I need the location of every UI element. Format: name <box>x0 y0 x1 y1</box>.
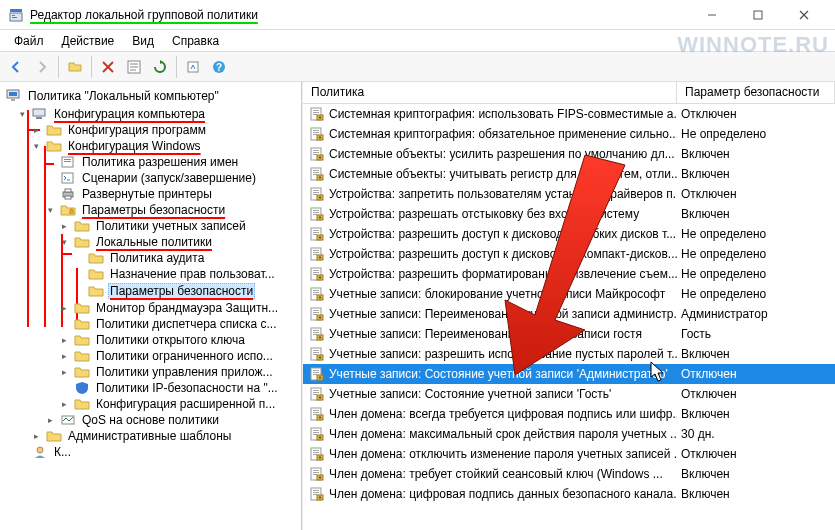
list-row[interactable]: Член домена: всегда требуется цифровая п… <box>303 404 835 424</box>
expander-closed-icon[interactable]: ▸ <box>58 350 70 362</box>
expander-open-icon[interactable]: ▾ <box>16 108 28 120</box>
svg-rect-131 <box>313 434 317 435</box>
svg-rect-51 <box>313 170 319 171</box>
tree-label: Политика аудита <box>108 251 206 265</box>
svg-point-43 <box>319 137 321 139</box>
tree-item[interactable]: Назначение прав пользоват... <box>70 266 301 282</box>
tree-security-settings[interactable]: ▾Параметры безопасности <box>42 202 301 218</box>
tree-item[interactable]: ▸Конфигурация расширенной п... <box>56 396 301 412</box>
expander-open-icon[interactable]: ▾ <box>44 204 56 216</box>
list-body[interactable]: Системная криптография: использовать FIP… <box>303 104 835 530</box>
expander-closed-icon[interactable]: ▸ <box>58 366 70 378</box>
close-button[interactable] <box>781 0 827 30</box>
folder-icon <box>74 365 90 379</box>
list-row[interactable]: Член домена: отключить изменение пароля … <box>303 444 835 464</box>
svg-rect-69 <box>313 230 319 231</box>
maximize-button[interactable] <box>735 0 781 30</box>
tree-item[interactable]: Политики диспетчера списка с... <box>56 316 301 332</box>
list-row[interactable]: Системная криптография: использовать FIP… <box>303 104 835 124</box>
menu-help[interactable]: Справка <box>164 32 227 50</box>
expander-open-icon[interactable]: ▾ <box>58 236 70 248</box>
tree-item[interactable]: Сценарии (запуск/завершение) <box>42 170 301 186</box>
tree-item[interactable]: ▸Политики открытого ключа <box>56 332 301 348</box>
policy-text: Системная криптография: использовать FIP… <box>329 107 677 121</box>
menu-view[interactable]: Вид <box>124 32 162 50</box>
policy-text: Учетные записи: Состояние учетной записи… <box>329 387 611 401</box>
list-row[interactable]: Устройства: запретить пользователям уста… <box>303 184 835 204</box>
list-row[interactable]: Учетные записи: разрешить использование … <box>303 344 835 364</box>
svg-rect-149 <box>313 494 317 495</box>
policy-text: Системные объекты: учитывать регистр для… <box>329 167 677 181</box>
tree-panel[interactable]: Политика "Локальный компьютер" ▾ Конфигу… <box>0 82 302 530</box>
tree-item[interactable]: Развернутые принтеры <box>42 186 301 202</box>
tree-item[interactable]: ▸Монитор брандмауэра Защитн... <box>56 300 301 316</box>
list-row[interactable]: Системная криптография: обязательное при… <box>303 124 835 144</box>
svg-point-109 <box>319 357 321 359</box>
tree-item[interactable]: ▸Политики учетных записей <box>56 218 301 234</box>
up-button[interactable] <box>63 55 87 79</box>
list-row[interactable]: Член домена: максимальный срок действия … <box>303 424 835 444</box>
expander-closed-icon[interactable]: ▸ <box>58 398 70 410</box>
list-row[interactable]: Учетные записи: Состояние учетной записи… <box>303 364 835 384</box>
tree-label: Развернутые принтеры <box>80 187 214 201</box>
list-row[interactable]: Устройства: разрешить доступ к дисковода… <box>303 224 835 244</box>
expander-closed-icon[interactable]: ▸ <box>44 414 56 426</box>
svg-rect-21 <box>36 117 42 119</box>
expander-open-icon[interactable]: ▾ <box>30 140 42 152</box>
properties-button[interactable] <box>122 55 146 79</box>
policy-text: Член домена: всегда требуется цифровая п… <box>329 407 677 421</box>
list-row[interactable]: Системные объекты: учитывать регистр для… <box>303 164 835 184</box>
tree-software-config[interactable]: ▸Конфигурация программ <box>28 122 301 138</box>
svg-rect-135 <box>313 450 319 451</box>
list-row[interactable]: Учетные записи: Переименование учетной з… <box>303 324 835 344</box>
help-button[interactable]: ? <box>207 55 231 79</box>
back-button[interactable] <box>4 55 28 79</box>
toolbar: ? <box>0 52 835 82</box>
refresh-button[interactable] <box>148 55 172 79</box>
export-button[interactable] <box>181 55 205 79</box>
minimize-button[interactable] <box>689 0 735 30</box>
policy-item-icon <box>60 155 76 169</box>
expander-closed-icon[interactable]: ▸ <box>58 302 70 314</box>
list-row[interactable]: Устройства: разрешать отстыковку без вхо… <box>303 204 835 224</box>
list-row[interactable]: Устройства: разрешить доступ к дисковода… <box>303 244 835 264</box>
svg-rect-112 <box>313 372 319 373</box>
tree-computer-config[interactable]: ▾ Конфигурация компьютера <box>14 106 301 122</box>
svg-point-61 <box>319 197 321 199</box>
tree-item[interactable]: ▸Политики ограниченного испо... <box>56 348 301 364</box>
menu-file[interactable]: Файл <box>6 32 52 50</box>
svg-rect-52 <box>313 172 319 173</box>
tree-item[interactable]: ▸Административные шаблоны <box>28 428 301 444</box>
expander-closed-icon[interactable]: ▸ <box>58 220 70 232</box>
list-row[interactable]: Учетные записи: блокирование учетной зап… <box>303 284 835 304</box>
list-row[interactable]: Член домена: требует стойкий сеансовый к… <box>303 464 835 484</box>
tree-item[interactable]: ▸Политики управления прилож... <box>56 364 301 380</box>
delete-button[interactable] <box>96 55 120 79</box>
svg-rect-23 <box>64 159 71 160</box>
expander-closed-icon[interactable]: ▸ <box>30 430 42 442</box>
list-row[interactable]: Член домена: цифровая подпись данных без… <box>303 484 835 504</box>
tree-root[interactable]: Политика "Локальный компьютер" <box>0 86 301 106</box>
tree-item[interactable]: Политики IP-безопасности на "... <box>56 380 301 396</box>
expander-closed-icon[interactable]: ▸ <box>30 124 42 136</box>
tree-item[interactable]: Политика разрешения имен <box>42 154 301 170</box>
forward-button[interactable] <box>30 55 54 79</box>
expander-closed-icon[interactable]: ▸ <box>58 334 70 346</box>
list-row[interactable]: Устройства: разрешить форматирование и и… <box>303 264 835 284</box>
param-text: Не определено <box>677 247 835 261</box>
tree-item[interactable]: Политика аудита <box>70 250 301 266</box>
tree-windows-config[interactable]: ▾Конфигурация Windows <box>28 138 301 154</box>
tree-security-options[interactable]: Параметры безопасности <box>70 282 301 300</box>
list-row[interactable]: Учетные записи: Переименование учетной з… <box>303 304 835 324</box>
menu-action[interactable]: Действие <box>54 32 123 50</box>
list-row[interactable]: Учетные записи: Состояние учетной записи… <box>303 384 835 404</box>
policy-text: Учетные записи: Переименование учетной з… <box>329 327 642 341</box>
col-header-param[interactable]: Параметр безопасности <box>677 82 835 103</box>
policy-text: Системные объекты: усилить разрешения по… <box>329 147 675 161</box>
list-row[interactable]: Системные объекты: усилить разрешения по… <box>303 144 835 164</box>
tree-item[interactable]: К... <box>14 444 301 460</box>
col-header-policy[interactable]: Политика <box>303 82 677 103</box>
svg-rect-143 <box>313 474 317 475</box>
tree-item[interactable]: ▸QoS на основе политики <box>42 412 301 428</box>
tree-local-policies[interactable]: ▾Локальные политики <box>56 234 301 250</box>
